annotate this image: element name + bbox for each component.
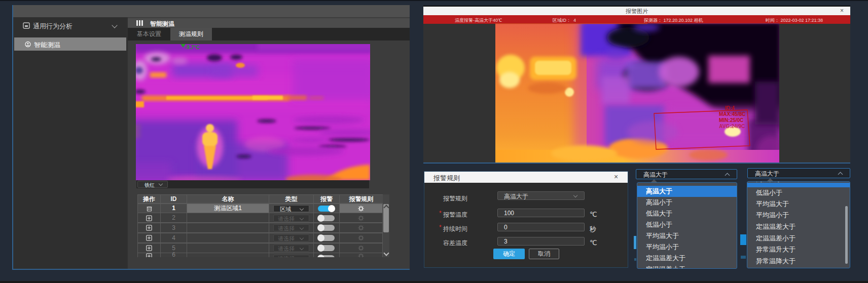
svg-text:MIN:25/0C: MIN:25/0C (719, 117, 743, 123)
svg-text:ID:4: ID:4 (725, 105, 735, 111)
svg-text:MAX:45/8C: MAX:45/8C (719, 111, 745, 117)
svg-text:-9.7°C: -9.7°C (185, 45, 199, 50)
svg-text:AVG:24/9C: AVG:24/9C (719, 124, 745, 129)
